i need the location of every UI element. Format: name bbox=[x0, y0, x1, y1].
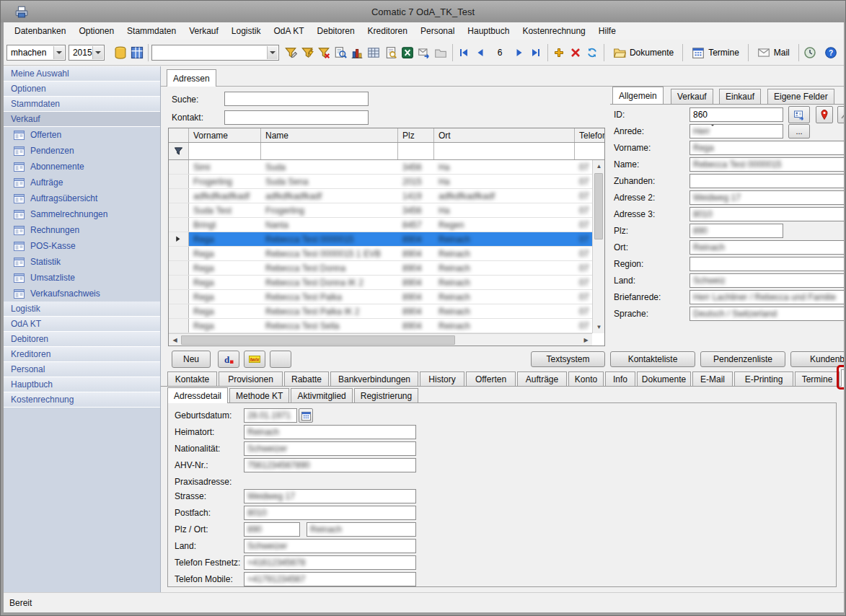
table-row[interactable]: RegaRebecca Test 00000158904Reinach07 bbox=[169, 232, 604, 247]
form-field-ahv-nr-input[interactable]: 7561234567890 bbox=[244, 458, 416, 472]
last-record-button[interactable] bbox=[528, 43, 545, 62]
detail-field-sprache-input[interactable]: Deutsch / Switzerland bbox=[689, 307, 844, 321]
table-row[interactable]: SimiSuda3456Ha07 bbox=[169, 160, 604, 175]
delete-record-button[interactable] bbox=[568, 43, 584, 62]
table-row[interactable]: FrogerlingSuda Sena2015Ha07 bbox=[169, 175, 604, 189]
tab-adressen[interactable]: Adressen bbox=[167, 69, 216, 87]
table-row[interactable]: RegaRebecca Test Donna IK 28904Reinach07 bbox=[169, 276, 604, 290]
bottom-tab-termine[interactable]: Termine bbox=[795, 371, 840, 387]
sidebar-section-kreditoren[interactable]: Kreditoren bbox=[4, 347, 160, 362]
form-field-postfach-input[interactable]: 8010 bbox=[244, 506, 416, 520]
menu-item-hauptbuch[interactable]: Hauptbuch bbox=[461, 24, 516, 38]
menu-item-oda-kt[interactable]: OdA KT bbox=[268, 24, 311, 38]
bottom-tab-konto[interactable]: Konto bbox=[568, 371, 604, 387]
menu-item-verkauf[interactable]: Verkauf bbox=[182, 24, 225, 38]
detail-field-ort-input[interactable]: Reinach bbox=[689, 240, 844, 255]
sidebar-item-umsatzliste[interactable]: Umsatzliste bbox=[4, 270, 160, 286]
bottom-tab-rabatte[interactable]: Rabatte bbox=[284, 371, 329, 387]
delete-red-button[interactable] bbox=[270, 351, 291, 368]
chevron-down-icon[interactable] bbox=[267, 46, 278, 59]
sidebar-item-verkaufsnachweis[interactable]: Verkaufsnachweis bbox=[4, 286, 160, 302]
bottom-tab-info[interactable]: Info bbox=[605, 371, 635, 387]
scroll-left-button[interactable]: ◀ bbox=[169, 334, 181, 346]
table-header-ort[interactable]: Ort bbox=[434, 128, 575, 142]
clock-button[interactable] bbox=[802, 43, 819, 62]
sidebar-section-kostenrechnung[interactable]: Kostenrechnung bbox=[4, 392, 160, 408]
chevron-down-icon[interactable] bbox=[53, 46, 64, 59]
sidebar-item-auftragsübersicht[interactable]: Auftragsübersicht bbox=[4, 190, 160, 206]
filter-input-vorname[interactable] bbox=[189, 143, 261, 159]
detail-field-adresse3-input[interactable]: 8010 bbox=[689, 207, 844, 221]
table-row[interactable]: Suda TestFrogerling3456Ha07 bbox=[169, 203, 604, 218]
detail-tab-verkauf[interactable]: Verkauf bbox=[671, 89, 713, 104]
menu-item-datenbanken[interactable]: Datenbanken bbox=[8, 24, 72, 38]
add-record-button[interactable] bbox=[551, 43, 568, 62]
sub-tab-registrierung[interactable]: Registrierung bbox=[354, 388, 418, 403]
toolbar-search-combo[interactable] bbox=[151, 45, 279, 61]
kontakteliste-button[interactable]: Kontakteliste bbox=[610, 351, 695, 367]
scroll-right-button[interactable]: ▶ bbox=[580, 334, 592, 346]
archive-button[interactable] bbox=[432, 43, 449, 62]
bottom-tab-adressdetails[interactable]: Adressdetails bbox=[841, 369, 844, 387]
chart-partial-button[interactable] bbox=[837, 106, 844, 123]
bottom-tab-e-mail[interactable]: E-Mail bbox=[692, 371, 733, 387]
ort-input[interactable]: Reinach bbox=[307, 522, 416, 537]
kundenblatt-button[interactable]: Kundenblatt bbox=[790, 351, 844, 367]
chart-button[interactable] bbox=[349, 43, 366, 62]
detail-field-anrede-input[interactable]: Herr bbox=[689, 124, 783, 138]
plz-input[interactable]: 890 bbox=[244, 522, 300, 537]
vertical-scrollbar[interactable]: ▲▼ bbox=[592, 160, 604, 333]
sidebar-item-aufträge[interactable]: Aufträge bbox=[4, 175, 160, 190]
print-preview-button[interactable] bbox=[382, 43, 399, 62]
table-calc-button[interactable] bbox=[128, 43, 145, 62]
sub-tab-methode-kt[interactable]: Methode KT bbox=[229, 388, 289, 403]
textsystem-button[interactable]: Textsystem bbox=[531, 351, 605, 367]
sidebar-section-stammdaten[interactable]: Stammdaten bbox=[4, 97, 160, 112]
filter-flash-button[interactable] bbox=[299, 43, 315, 62]
sidebar-item-pendenzen[interactable]: Pendenzen bbox=[4, 143, 160, 159]
excel-export-button[interactable] bbox=[399, 43, 415, 62]
chevron-down-icon[interactable] bbox=[710, 126, 715, 136]
bottom-tab-e-printing[interactable]: E-Printing bbox=[734, 371, 793, 387]
sidebar-section-optionen[interactable]: Optionen bbox=[4, 82, 160, 97]
table-row[interactable]: RegaRebecca Test Donna8904Reinach07 bbox=[169, 261, 604, 276]
bottom-tab-offerten[interactable]: Offerten bbox=[466, 371, 516, 387]
previous-record-button[interactable] bbox=[472, 43, 489, 62]
filter-input-name[interactable] bbox=[261, 143, 398, 159]
sidebar-section-personal[interactable]: Personal bbox=[4, 362, 160, 377]
table-header-vorname[interactable]: Vorname bbox=[189, 128, 261, 142]
sidebar-section-oda-kt[interactable]: OdA KT bbox=[4, 317, 160, 332]
database-button[interactable] bbox=[112, 43, 128, 62]
menu-item-stammdaten[interactable]: Stammdaten bbox=[120, 24, 182, 38]
sub-tab-aktivmitglied[interactable]: Aktivmitglied bbox=[291, 388, 352, 403]
table-row[interactable]: RegaRebecca Test Sella8904Reinach07 bbox=[169, 319, 604, 333]
dokumente-button[interactable]: Dokumente bbox=[607, 43, 679, 62]
twix-button[interactable]: twix bbox=[244, 351, 265, 368]
table-header-telefon[interactable]: Telefon bbox=[575, 128, 605, 142]
form-field-nationalität-input[interactable]: Schweizer bbox=[244, 441, 416, 456]
menu-item-personal[interactable]: Personal bbox=[414, 24, 461, 38]
detail-field-id-input[interactable]: 860 bbox=[689, 107, 783, 122]
neu-button[interactable]: Neu bbox=[172, 351, 211, 368]
table-row[interactable]: RegaRebecca Test 0000015 1 EVB8904Reinac… bbox=[169, 247, 604, 261]
bottom-tab-aufträge[interactable]: Aufträge bbox=[517, 371, 567, 387]
horizontal-scrollbar[interactable]: ◀▶ bbox=[169, 333, 592, 346]
table-row[interactable]: RegaRebecca Test Palka IK 28904Reinach07 bbox=[169, 304, 604, 319]
user-select[interactable]: mhachen bbox=[6, 45, 66, 61]
scroll-thumb[interactable] bbox=[181, 335, 455, 345]
kontakt-input[interactable] bbox=[224, 110, 369, 125]
detail-field-adresse2-input[interactable]: Weidweg 17 bbox=[689, 190, 844, 205]
sidebar-item-pos-kasse[interactable]: POS-Kasse bbox=[4, 238, 160, 254]
scroll-thumb[interactable] bbox=[594, 173, 603, 239]
sidebar-section-debitoren[interactable]: Debitoren bbox=[4, 332, 160, 347]
directories-button[interactable]: d bbox=[218, 351, 239, 368]
menu-item-hilfe[interactable]: Hilfe bbox=[592, 24, 622, 38]
termine-button[interactable]: Termine bbox=[686, 43, 745, 62]
detail-tab-einkauf[interactable]: Einkauf bbox=[719, 89, 761, 104]
anrede-more-button[interactable]: ... bbox=[788, 124, 810, 138]
scroll-down-button[interactable]: ▼ bbox=[593, 321, 605, 333]
form-field-telefonmobile-input[interactable]: +41791234567 bbox=[244, 572, 416, 586]
first-record-button[interactable] bbox=[456, 43, 472, 62]
bottom-tab-kontakte[interactable]: Kontakte bbox=[167, 371, 217, 387]
bottom-tab-bankverbindungen[interactable]: Bankverbindungen bbox=[330, 371, 418, 387]
